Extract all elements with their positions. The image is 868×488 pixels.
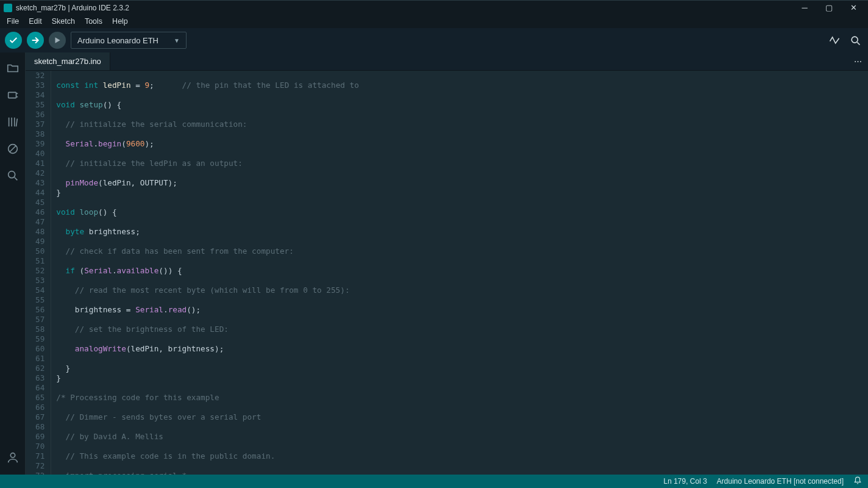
tab-active[interactable]: sketch_mar27b.ino <box>26 52 110 70</box>
maximize-button[interactable]: ▢ <box>820 3 838 12</box>
notifications-button[interactable] <box>853 476 862 487</box>
check-icon <box>9 35 18 45</box>
window-title: sketch_mar27b | Arduino IDE 2.3.2 <box>16 4 796 12</box>
no-entry-icon <box>6 142 20 156</box>
menu-edit[interactable]: Edit <box>24 16 46 27</box>
menubar: File Edit Sketch Tools Help <box>0 15 868 28</box>
menu-tools[interactable]: Tools <box>80 16 107 27</box>
svg-point-13 <box>8 171 15 178</box>
debug-button[interactable] <box>49 32 66 49</box>
svg-rect-4 <box>8 92 16 98</box>
bell-icon <box>853 476 862 485</box>
verify-button[interactable] <box>5 32 22 49</box>
upload-button[interactable] <box>27 32 44 49</box>
menu-help[interactable]: Help <box>108 16 132 27</box>
titlebar: sketch_mar27b | Arduino IDE 2.3.2 ─ ▢ ✕ <box>0 0 868 15</box>
serial-plotter-button[interactable] <box>827 32 842 48</box>
tab-more-button[interactable]: ⋯ <box>854 52 868 70</box>
board-selector[interactable]: Arduino Leonardo ETH ▼ <box>71 32 187 49</box>
svg-line-12 <box>9 146 16 152</box>
serial-monitor-button[interactable] <box>847 32 863 48</box>
svg-point-2 <box>852 37 858 43</box>
chevron-down-icon: ▼ <box>174 37 180 44</box>
svg-line-3 <box>857 42 859 45</box>
search-icon <box>6 169 20 182</box>
app-icon <box>4 4 12 12</box>
folder-icon <box>6 62 20 75</box>
board-icon <box>6 88 20 102</box>
plotter-icon <box>828 34 841 46</box>
main-area: sketch_mar27b.ino ⋯ 32 33 34 35 36 37 38… <box>0 52 868 475</box>
code-content[interactable]: const int ledPin = 9; // the pin that th… <box>51 71 359 475</box>
line-gutter: 32 33 34 35 36 37 38 39 40 41 42 43 44 4… <box>26 71 51 475</box>
editor-area: sketch_mar27b.ino ⋯ 32 33 34 35 36 37 38… <box>26 52 868 475</box>
account-button[interactable] <box>0 447 26 468</box>
debug-icon <box>53 36 62 45</box>
sketchbook-button[interactable] <box>0 57 26 79</box>
cursor-position[interactable]: Ln 179, Col 3 <box>663 477 706 486</box>
close-button[interactable]: ✕ <box>845 3 862 12</box>
library-manager-button[interactable] <box>0 111 26 133</box>
arrow-right-icon <box>30 35 40 45</box>
minimize-button[interactable]: ─ <box>796 3 813 12</box>
boards-manager-button[interactable] <box>0 84 26 106</box>
debug-panel-button[interactable] <box>0 138 26 160</box>
svg-marker-1 <box>55 37 60 43</box>
code-editor[interactable]: 32 33 34 35 36 37 38 39 40 41 42 43 44 4… <box>26 71 868 475</box>
board-status[interactable]: Arduino Leonardo ETH [not connected] <box>717 477 844 486</box>
tab-bar: sketch_mar27b.ino ⋯ <box>26 52 868 71</box>
activity-bar <box>0 52 26 475</box>
svg-line-10 <box>16 119 17 127</box>
search-button[interactable] <box>0 165 26 187</box>
statusbar: Ln 179, Col 3 Arduino Leonardo ETH [not … <box>0 475 868 488</box>
board-selector-label: Arduino Leonardo ETH <box>77 36 158 45</box>
svg-point-15 <box>10 453 15 458</box>
monitor-icon <box>849 34 861 46</box>
toolbar: Arduino Leonardo ETH ▼ <box>0 28 868 52</box>
window-controls: ─ ▢ ✕ <box>796 3 862 12</box>
menu-sketch[interactable]: Sketch <box>48 16 79 27</box>
library-icon <box>6 115 20 129</box>
ellipsis-icon: ⋯ <box>854 57 862 66</box>
user-icon <box>6 451 20 464</box>
svg-line-14 <box>14 178 17 181</box>
menu-file[interactable]: File <box>2 16 23 27</box>
